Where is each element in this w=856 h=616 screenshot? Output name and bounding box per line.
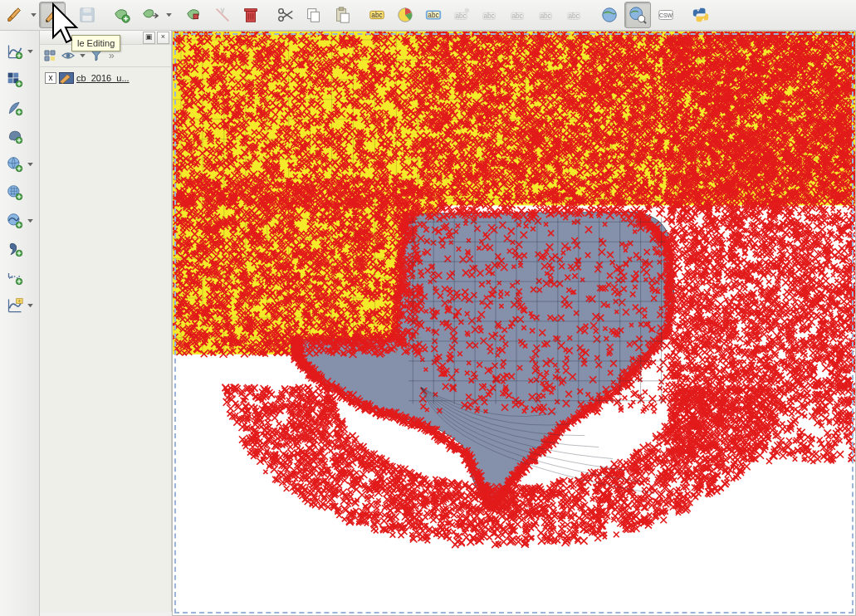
csw-icon: CSW [657,6,675,24]
panel-float-button[interactable]: ▣ [143,32,155,44]
globe-magnify-icon [629,6,647,24]
map-canvas[interactable] [172,31,856,616]
add-polygon-icon [113,6,131,24]
svg-text:abc: abc [371,12,382,19]
svg-point-22 [465,8,470,13]
label-pin-icon: abc [452,6,471,24]
comma-icon [7,241,23,257]
new-shapefile-dropdown[interactable] [27,293,34,318]
move-polygon-icon [141,6,159,24]
add-wcs-button[interactable] [3,181,27,204]
add-feature-button[interactable] [109,2,135,28]
pencil-icon [43,6,61,24]
add-spatialite-button[interactable] [3,96,27,120]
python-icon [692,6,710,24]
move-feature-button[interactable] [137,2,164,28]
svg-rect-2 [83,16,92,21]
svg-rect-4 [193,14,198,19]
raster-icon [7,71,23,88]
delete-selected-button[interactable] [237,2,264,28]
svg-point-8 [279,9,284,14]
svg-point-31 [603,8,617,22]
editing-toolbar: abc abc abc abc abc [0,0,856,31]
layer-item[interactable]: x cb_2016_u... [42,71,169,86]
svg-point-55 [66,54,71,58]
label-icon: abc [368,6,386,24]
label-rotate-icon: abc [565,6,584,24]
map-render [173,32,855,615]
svg-text:abc: abc [428,12,438,19]
python-console-button[interactable] [687,2,714,28]
csw-button[interactable]: CSW [653,2,679,28]
rotate-label-button: abc [561,2,588,28]
tooltip: le Editing [71,35,120,51]
svg-text:abc: abc [511,12,522,20]
copy-icon [305,6,323,24]
data-source-toolbar [0,31,40,616]
paste-button[interactable] [329,2,355,28]
add-wms-dropdown[interactable] [27,152,34,177]
scissors-icon [276,6,295,24]
move-label-button: abc [533,2,560,28]
move-feature-dropdown[interactable] [165,2,173,27]
split-icon [213,6,232,24]
cut-button[interactable] [272,2,299,28]
add-wms-button[interactable] [3,153,27,176]
svg-rect-13 [340,13,349,22]
globe-plus-icon [7,156,23,173]
pin-label-button: abc [448,2,475,28]
svg-text:abc: abc [483,12,494,20]
highlight-label-button[interactable]: abc [420,2,447,28]
pencil-stack-icon [6,6,24,24]
style-preset-icon [43,49,56,62]
layer-swatch [59,72,74,84]
unpin-label-button: abc [477,2,503,28]
add-virtual-button[interactable] [3,266,27,289]
add-vector-dropdown[interactable] [27,39,34,64]
panel-close-button[interactable]: × [157,32,169,44]
split-feature-button [209,2,236,28]
diagram-tool-button[interactable] [392,2,418,28]
vector-icon [7,43,23,60]
node-tool-button[interactable] [181,2,208,28]
pie-icon [396,6,414,24]
floppy-icon [78,6,96,24]
add-wfs-button[interactable] [3,209,27,232]
svg-rect-10 [311,12,319,22]
add-wfs-dropdown[interactable] [27,208,34,233]
svg-rect-39 [8,73,13,78]
pencil-overlay-icon [59,72,74,84]
svg-rect-40 [13,73,18,78]
svg-point-36 [697,10,699,12]
globe-raster-icon [7,184,23,201]
style-preset-button[interactable] [42,48,57,63]
elephant-icon [7,128,23,144]
add-postgis-button[interactable] [3,125,27,148]
current-edits-dropdown[interactable] [30,2,37,27]
node-icon [185,6,203,24]
label-move-icon: abc [537,6,555,24]
new-shapefile-button[interactable] [3,294,27,317]
svg-text:abc: abc [540,12,550,20]
checkmark: x [49,74,53,82]
label-tool-button[interactable]: abc [364,2,390,28]
add-csv-button[interactable] [3,237,27,261]
globe-icon [600,6,619,24]
layers-more-button[interactable]: » [107,50,115,61]
svg-point-37 [702,19,704,21]
metasearch-find-button[interactable] [624,2,651,28]
copy-button[interactable] [301,2,327,28]
add-raster-button[interactable] [3,68,27,91]
trash-icon [242,6,260,24]
layer-name-label: cb_2016_u... [76,73,130,83]
layer-visibility-checkbox[interactable]: x [45,72,56,84]
toggle-editing-button[interactable] [39,2,66,28]
metasearch-button[interactable] [596,2,623,28]
add-vector-button[interactable] [3,40,27,63]
svg-rect-6 [245,9,257,12]
current-edits-button[interactable] [2,2,28,28]
label-highlight-icon: abc [424,6,443,24]
save-edits-button [74,2,100,28]
layers-panel: ▣ × » x [40,31,172,612]
virtual-layer-icon [7,269,23,286]
